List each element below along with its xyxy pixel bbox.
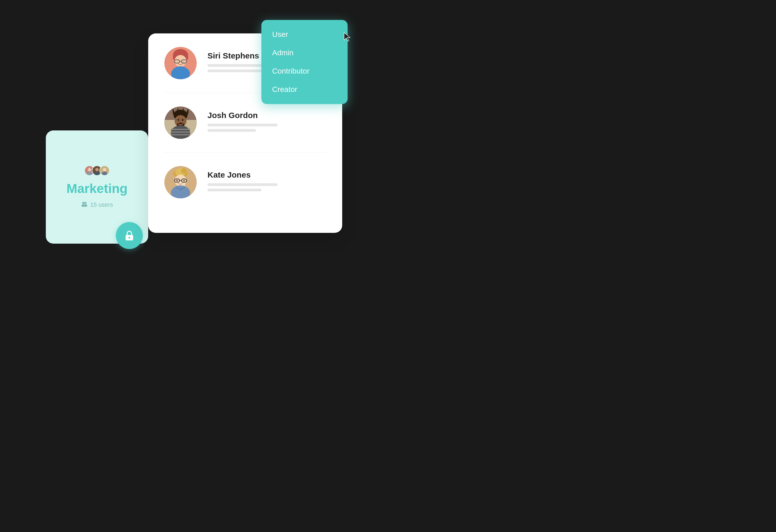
user-avatar-kate — [164, 166, 197, 198]
dropdown-item-contributor[interactable]: Contributor — [261, 62, 348, 80]
svg-point-7 — [103, 168, 107, 171]
user-name-josh: Josh Gordon — [207, 111, 326, 120]
svg-point-9 — [82, 202, 84, 204]
svg-marker-47 — [344, 33, 350, 41]
svg-point-10 — [84, 202, 86, 204]
svg-point-43 — [177, 180, 178, 181]
dropdown-item-admin[interactable]: Admin — [261, 44, 348, 62]
cursor-icon — [344, 32, 352, 42]
info-line-2 — [207, 69, 261, 72]
avatar-stack — [84, 165, 110, 176]
svg-point-29 — [178, 119, 179, 121]
user-row-kate: Kate Jones — [164, 166, 326, 198]
lock-badge[interactable] — [116, 222, 143, 249]
svg-point-1 — [88, 168, 91, 171]
user-avatar-siri — [164, 47, 197, 79]
avatar-3 — [100, 165, 110, 176]
dropdown-item-user[interactable]: User — [261, 25, 348, 44]
svg-point-38 — [181, 168, 186, 174]
info-line-4 — [207, 129, 256, 132]
users-icon — [81, 201, 87, 208]
info-line-6 — [207, 189, 261, 191]
user-row-josh: Josh Gordon — [164, 107, 326, 139]
user-info-josh: Josh Gordon — [207, 111, 326, 135]
lock-icon — [124, 230, 135, 241]
svg-point-4 — [95, 168, 99, 171]
info-line-5 — [207, 183, 277, 186]
divider-2 — [164, 152, 326, 153]
info-line-3 — [207, 124, 277, 126]
users-count-text: 15 users — [90, 201, 113, 208]
dropdown-item-creator[interactable]: Creator — [261, 80, 348, 99]
users-count-row: 15 users — [81, 201, 113, 208]
role-dropdown: User Admin Contributor Creator — [261, 20, 348, 104]
svg-point-18 — [175, 55, 186, 67]
svg-point-30 — [182, 119, 184, 121]
user-avatar-josh — [164, 107, 197, 139]
svg-point-14 — [129, 237, 130, 238]
marketing-title: Marketing — [66, 181, 128, 196]
user-info-kate: Kate Jones — [207, 170, 326, 194]
svg-point-44 — [184, 180, 185, 181]
user-name-kate: Kate Jones — [207, 170, 326, 179]
